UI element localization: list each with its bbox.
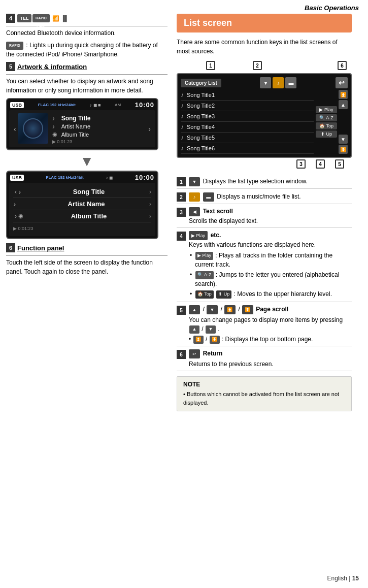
feature-5-top-btn[interactable]: ⏫	[224, 305, 236, 314]
section5-title: Artwork & information	[17, 63, 87, 71]
feature-4-content: ▶ Play etc. Keys with various functions …	[189, 231, 352, 300]
feature-1: 1 ▼ Displays the list type selection win…	[177, 174, 352, 189]
screen1-am: AM	[115, 103, 121, 107]
screen2-right-arrow3: ›	[149, 213, 151, 220]
feature-5-bottom-inline[interactable]: ⏬	[210, 336, 220, 344]
feature-2-content: ♪ ▬ Displays a music/movie file list.	[189, 192, 352, 202]
diagram-song-0: ♪ Song Title1	[181, 90, 314, 101]
note-icon-0: ♪	[181, 91, 184, 99]
scroll-up-top[interactable]: ⏫	[339, 90, 348, 99]
signal-icons: 📶 ▐▌	[52, 15, 69, 22]
feature-2-desc: Displays a music/movie file list.	[217, 193, 300, 200]
feature-6-desc: Returns to the previous screen.	[189, 360, 352, 369]
screen2-row-album: › ◉ Album Title ›	[13, 210, 151, 222]
diagram-btn-dropdown[interactable]: ▼	[260, 77, 271, 88]
diagram-up-btn[interactable]: ⬆ Up	[316, 130, 337, 138]
screen2-album: Album Title	[28, 212, 149, 220]
feature-1-content: ▼ Displays the list type selection windo…	[189, 177, 352, 186]
feature-5-up-inline[interactable]: ▲	[189, 325, 199, 334]
feature-2-video-btn[interactable]: ▬	[203, 192, 214, 202]
diagram-az-btn[interactable]: 🔍 A-Z	[316, 114, 337, 121]
note-icon-1: ♪	[181, 102, 184, 109]
feature-4-bullet-2: 🔍 A-Z : Jumps to the letter you entered …	[189, 270, 352, 288]
feature-3-scroll-btn[interactable]: ◀	[189, 207, 200, 216]
feature-list: 1 ▼ Displays the list type selection win…	[177, 174, 352, 371]
screen2-right-arrow1: ›	[149, 188, 151, 195]
diagram-top-btn[interactable]: 🏠 Top	[316, 122, 337, 129]
up-inline-btn[interactable]: ⬆ Up	[216, 290, 231, 299]
screen1-song: Song Title	[61, 115, 91, 122]
feature-4-play-btn[interactable]: ▶ Play	[189, 231, 208, 240]
feature-3: 3 ◀ Text scroll Scrolls the displayed te…	[177, 204, 352, 228]
feature-5-bottom-btn[interactable]: ⏬	[242, 305, 253, 314]
feature-4-bullet-1: ▶ Play : Plays all tracks in the folder …	[189, 251, 352, 269]
note-box: NOTE • Buttons which cannot be activated…	[177, 376, 352, 411]
screen1-format: FLAC 192 kHz/24bit	[38, 103, 76, 107]
screen1-usb-label: USB	[10, 102, 24, 108]
screen2-note1: ♪	[18, 189, 25, 195]
diagram-header-btns: ▼ ♪ ▬	[260, 77, 296, 88]
feature-1-desc: Displays the list type selection window.	[203, 178, 308, 185]
diagram-play-btn[interactable]: ▶ Play	[316, 106, 337, 113]
feature-badge-6: 6	[177, 350, 186, 359]
feature-3-desc: Scrolls the displayed text.	[189, 217, 258, 224]
screen1: USB FLAC 192 kHz/24bit ♪ ◼ ■ AM 10:00 ‹ …	[6, 98, 158, 150]
section-4: 4 TEL RAPID CHG. 📶 ▐▌ Connected Bluetoot…	[6, 14, 168, 59]
feature-5-down-inline[interactable]: ▼	[206, 325, 216, 334]
badge-4: 4	[6, 14, 15, 23]
screen2-usb-label: USB	[10, 175, 24, 181]
scroll-up[interactable]: ▲	[339, 100, 348, 109]
feature-5-title: Page scroll	[256, 306, 288, 313]
rapid-icon: RAPID CHG.	[32, 14, 50, 22]
badge-6: 6	[6, 243, 15, 252]
top-inline-btn[interactable]: 🏠 Top	[195, 290, 214, 299]
section4-item2: RAPID CHG. : Lights up during quick char…	[6, 41, 168, 59]
section5-desc: You can select whether to display an art…	[6, 77, 168, 95]
diagram-btn-video[interactable]: ▬	[285, 77, 296, 88]
feature-2-music-btn[interactable]: ♪	[189, 192, 200, 202]
feature-4-desc: Keys with various functions are displaye…	[189, 241, 316, 248]
note-icon-4: ♪	[181, 134, 184, 141]
screen2-time: 10:00	[135, 174, 154, 181]
list-diagram-container: 1 2 6 Category List ▼ ♪ ▬ ↩	[177, 61, 352, 169]
az-inline-btn[interactable]: 🔍 A-Z	[195, 271, 214, 279]
list-diagram: Category List ▼ ♪ ▬ ↩ ♪ Song Title1	[177, 73, 352, 158]
feature-badge-2: 2	[177, 192, 186, 202]
feature-4-title: etc.	[211, 232, 221, 239]
feature-5-top-inline[interactable]: ⏫	[193, 336, 204, 344]
left-column: 4 TEL RAPID CHG. 📶 ▐▌ Connected Bluetoot…	[0, 14, 173, 411]
feature-4-bullets: ▶ Play : Plays all tracks in the folder …	[189, 251, 352, 299]
play-inline-btn[interactable]: ▶ Play	[195, 252, 213, 260]
section-5: 5 Artwork & information You can select w…	[6, 62, 168, 239]
diagram-song-5: ♪ Song Title6	[181, 143, 314, 154]
screen1-meta: ♪ Song Title ♪ Artist Name ◉ Album Title	[48, 113, 147, 144]
divider-5	[6, 74, 168, 75]
screen2-song: Song Title	[28, 188, 149, 195]
page-header: Basic Operations	[0, 0, 368, 14]
intro-text: There are some common function keys in t…	[177, 38, 352, 56]
feature-1-btn[interactable]: ▼	[189, 177, 200, 186]
screen1-artist: Artist Name	[61, 123, 90, 129]
diagram-btn-return[interactable]: ↩	[336, 77, 348, 88]
list-screen-title: List screen	[177, 14, 352, 32]
screen2-row-song: ‹ ♪ Song Title ›	[13, 186, 151, 198]
screen2-left-arrow2: ›	[13, 213, 18, 220]
note-icon-2: ♪	[181, 113, 184, 120]
scroll-down[interactable]: ▼	[339, 135, 348, 144]
feature-6-return-btn[interactable]: ↩	[189, 349, 200, 358]
badge-5: 5	[6, 62, 15, 71]
section6-title: Function panel	[17, 244, 64, 252]
scroll-down-bottom[interactable]: ⏬	[339, 145, 348, 154]
feature-5-down-btn[interactable]: ▼	[207, 305, 218, 314]
diagram-btn-music[interactable]: ♪	[273, 77, 284, 88]
arrow-between-screens: ▼	[6, 153, 168, 170]
marker-4: 4	[316, 159, 325, 169]
feature-4-bullet-3: 🏠 Top ⬆ Up : Moves to the upper hierarch…	[189, 289, 352, 299]
album-art	[18, 113, 48, 144]
feature-5-up-btn[interactable]: ▲	[189, 305, 200, 314]
diagram-song-2: ♪ Song Title3	[181, 111, 314, 122]
screen2-progress: ▶ 0:01:23	[13, 224, 151, 233]
feature-5-desc: You can change pages to display more ite…	[189, 315, 352, 334]
divider-6	[6, 255, 168, 256]
screen1-left-arrow: ‹	[12, 113, 18, 144]
